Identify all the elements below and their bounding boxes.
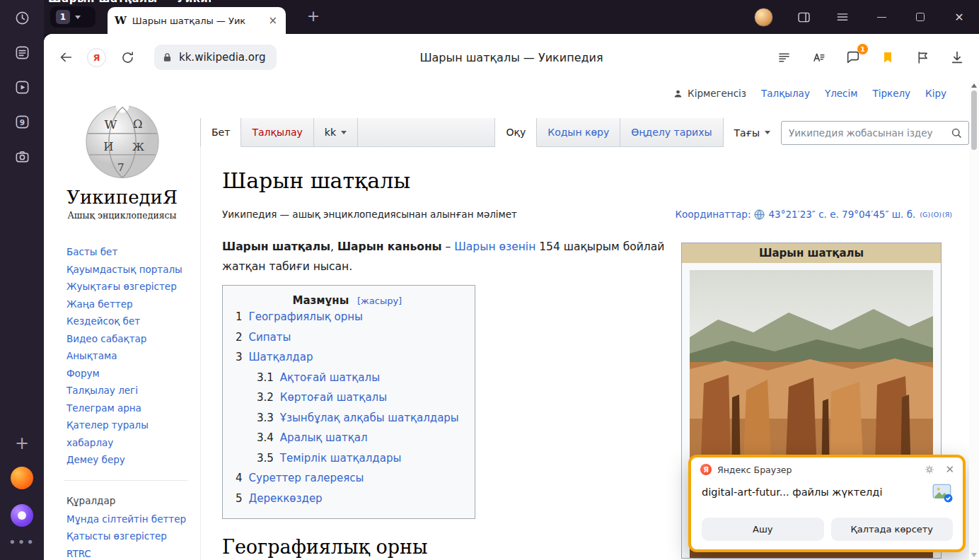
wiki-view-tab[interactable]: Тағы bbox=[724, 118, 781, 147]
back-button[interactable] bbox=[57, 48, 75, 66]
user-menu-link[interactable]: Тіркелу bbox=[872, 88, 910, 99]
wiki-view-tab[interactable]: Өңделу тарихы bbox=[620, 118, 723, 147]
wiki-tools-link[interactable]: Қатысты өзгерістер bbox=[66, 527, 190, 545]
tabs-count-icon: 9 bbox=[14, 114, 30, 130]
side-panel-button[interactable] bbox=[795, 8, 812, 25]
toc-link[interactable]: Сипаты bbox=[249, 327, 291, 348]
window-close-button[interactable]: ✕ bbox=[951, 8, 968, 25]
history-button[interactable] bbox=[10, 6, 34, 30]
tabs-counter-button[interactable]: 9 bbox=[10, 110, 34, 134]
tab-group-pill[interactable]: 1 bbox=[50, 6, 95, 28]
coordinates-service-link[interactable]: (O) bbox=[931, 211, 942, 218]
alice-button[interactable] bbox=[10, 503, 34, 527]
downloads-button[interactable] bbox=[948, 48, 966, 66]
wiki-tools-link[interactable]: Мұнда сілтейтін беттер bbox=[66, 511, 190, 528]
reload-button[interactable] bbox=[118, 48, 137, 66]
wiki-nav-link[interactable]: Талқылау легі bbox=[66, 382, 190, 399]
wiki-nav-link[interactable]: Жаңа беттер bbox=[66, 296, 190, 313]
toc-link[interactable]: Аралық шатқал bbox=[280, 428, 368, 448]
screenshot-button[interactable] bbox=[10, 144, 34, 168]
lock-icon[interactable] bbox=[161, 52, 173, 64]
browser-window: Я kk.wikipedia.org Шарын шатқалы — Уикип… bbox=[44, 34, 979, 560]
browser-titlebar: Шарын шатқалы — Уикипедия 1 W Шарын шатқ… bbox=[44, 0, 979, 34]
wiki-nav-link[interactable]: Телеграм арна bbox=[66, 399, 190, 417]
wiki-page-tab[interactable]: kk bbox=[314, 118, 358, 147]
wiki-nav: Басты бетҚауымдастық порталыЖуықтағы өзг… bbox=[44, 243, 200, 469]
video-button[interactable] bbox=[10, 75, 34, 99]
bookmark-button[interactable] bbox=[879, 48, 897, 66]
toc-link[interactable]: Дереккөздер bbox=[249, 489, 323, 509]
yandex-browser-icon: Я bbox=[700, 464, 712, 475]
intro-fragment: , bbox=[330, 240, 337, 253]
reader-mode-button[interactable] bbox=[775, 48, 793, 66]
coordinates-service-link[interactable]: (Я) bbox=[942, 211, 952, 218]
toc-link[interactable]: Темірлік шатқалдары bbox=[280, 448, 401, 469]
toc-hide-toggle[interactable]: [жасыру] bbox=[357, 296, 402, 306]
wiki-nav-link[interactable]: Қауымдастық порталы bbox=[66, 261, 190, 279]
popup-settings-button[interactable] bbox=[924, 464, 935, 475]
wiki-nav-link[interactable]: Қателер туралы хабарлау bbox=[66, 416, 190, 451]
window-maximize-button[interactable] bbox=[912, 8, 929, 25]
wiki-nav-link[interactable]: Басты бет bbox=[66, 243, 190, 261]
browser-tab-active[interactable]: W Шарын шатқалы — Уик × bbox=[108, 7, 286, 34]
user-menu-link[interactable]: Кіру bbox=[925, 88, 946, 99]
wiki-nav-link[interactable]: Кездейсоқ бет bbox=[66, 313, 190, 330]
scroll-up-arrow[interactable] bbox=[971, 83, 977, 88]
toc-link[interactable]: Ақтоғай шатқалы bbox=[280, 368, 380, 388]
wiki-nav-link[interactable]: Анықтама bbox=[66, 347, 190, 365]
reviews-button[interactable]: 1 bbox=[844, 48, 862, 66]
yandex-search-button[interactable]: Я bbox=[87, 48, 106, 67]
wiki-view-tab[interactable]: Кодын көру bbox=[537, 118, 620, 147]
feed-icon bbox=[14, 45, 30, 61]
popup-action-button[interactable]: Ашу bbox=[702, 518, 824, 541]
toc-link[interactable]: Көртоғай шатқалы bbox=[280, 387, 387, 408]
user-menu-link[interactable]: Талқылау bbox=[761, 88, 810, 99]
wiki-nav-link[interactable]: Форум bbox=[66, 365, 190, 383]
coordinates-value[interactable]: 43°21′23″ с. е. 79°04′45″ ш. б. bbox=[768, 209, 915, 220]
bookmark-icon bbox=[881, 50, 895, 64]
yandex-start-button[interactable] bbox=[10, 466, 34, 490]
user-menu-link[interactable]: Кірмегенсіз bbox=[688, 88, 746, 99]
gear-icon bbox=[924, 464, 935, 475]
wikipedia-logo[interactable]: W Ω И Ж 7 bbox=[44, 99, 200, 184]
popup-close-icon[interactable]: ✕ bbox=[945, 463, 954, 476]
search-icon[interactable] bbox=[951, 127, 963, 142]
user-menu-link[interactable]: Үлесім bbox=[825, 88, 858, 99]
wiki-nav-link[interactable]: Видео сабақтар bbox=[66, 330, 190, 348]
translate-button[interactable] bbox=[809, 48, 828, 66]
toc-title: Мазмұны bbox=[293, 294, 349, 307]
coordinates-label[interactable]: Координаттар: bbox=[675, 209, 751, 220]
toc-link[interactable]: Шатқалдар bbox=[249, 347, 313, 368]
collections-button[interactable] bbox=[913, 48, 932, 66]
toc-link[interactable]: Ұзынбұлақ алқабы шатқалдары bbox=[280, 408, 459, 428]
new-tab-button[interactable]: + bbox=[304, 8, 323, 26]
toc-link[interactable]: Суреттер галереясы bbox=[249, 468, 364, 489]
wiki-search-input[interactable] bbox=[781, 121, 969, 145]
scroll-down-arrow[interactable] bbox=[971, 553, 977, 557]
profile-avatar[interactable] bbox=[754, 8, 773, 27]
article-intro: Шарын шатқалы, Шарын каньоны – Шарын өзе… bbox=[222, 237, 678, 276]
wiki-page-tab[interactable]: Талқылау bbox=[241, 118, 313, 147]
rail-add-button[interactable]: + bbox=[10, 431, 34, 455]
toc-number: 3.3 bbox=[257, 408, 274, 428]
browser-main-column: Шарын шатқалы — Уикипедия 1 W Шарын шатқ… bbox=[44, 0, 979, 560]
popup-action-button[interactable]: Қалтада көрсету bbox=[831, 518, 954, 541]
scrollbar-thumb[interactable] bbox=[971, 91, 977, 150]
wiki-page-tab[interactable]: Бет bbox=[200, 118, 241, 147]
toc-link[interactable]: Географиялық орны bbox=[249, 307, 363, 327]
wiki-nav-link[interactable]: Жуықтағы өзгерістер bbox=[66, 278, 190, 296]
tab-close-icon[interactable]: × bbox=[267, 14, 279, 27]
feed-button[interactable] bbox=[10, 40, 34, 64]
page-scrollbar bbox=[969, 81, 979, 560]
wiki-tools-link[interactable]: RTRC bbox=[66, 545, 190, 560]
address-bar[interactable]: kk.wikipedia.org bbox=[154, 45, 277, 70]
coordinates-service-link[interactable]: (G) bbox=[920, 211, 930, 218]
wiki-nav-link[interactable]: Демеу беру bbox=[66, 451, 190, 469]
window-minimize-button[interactable] bbox=[873, 8, 890, 25]
alice-icon bbox=[11, 504, 33, 527]
rail-more-button[interactable]: ••• bbox=[10, 530, 34, 554]
browser-menu-button[interactable] bbox=[834, 8, 851, 25]
coordinates: Координаттар: 43°21′23″ с. е. 79°04′45″ … bbox=[675, 209, 952, 220]
wiki-view-tab[interactable]: Оқу bbox=[495, 118, 537, 147]
clipped-window-text: Шарын шатқалы — Уикипедия bbox=[48, 0, 211, 6]
